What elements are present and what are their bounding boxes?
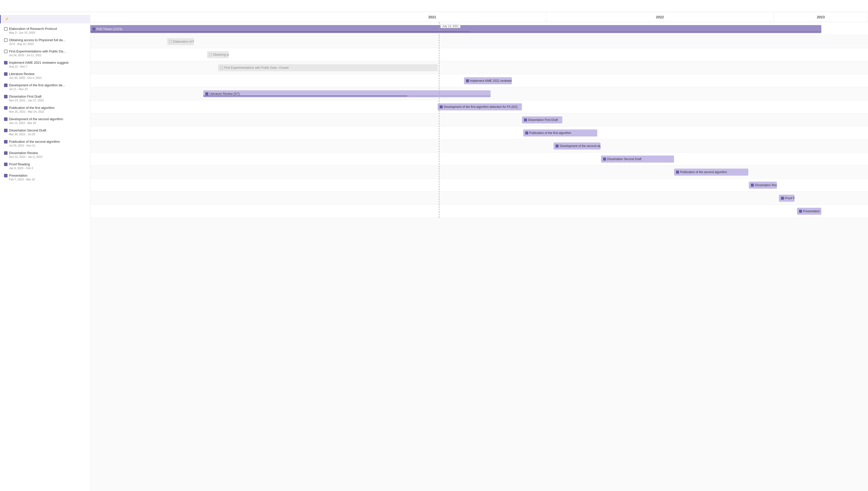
bar-icon — [751, 184, 754, 187]
today-line — [439, 22, 439, 218]
header — [0, 0, 868, 12]
bar-icon — [440, 105, 443, 108]
bar-icon — [556, 145, 558, 147]
gantt-bar-proof-reading[interactable]: Proof Reading — [779, 195, 794, 202]
main-content: ⚡ Elaboration of Research ProtocolMay 3 … — [0, 12, 868, 491]
epic-icon — [4, 117, 7, 121]
sidebar-item-dates: Jul 24, 2020 - Jul 11, 2021 — [9, 54, 86, 57]
gantt-bar-diss-first-draft[interactable]: Dissertation First Draft — [522, 116, 562, 123]
bar-progress-track — [203, 95, 491, 96]
sidebar-item-elaboration[interactable]: Elaboration of Research ProtocolMay 3 - … — [0, 24, 90, 36]
sidebar-main-title: ⚡ — [5, 17, 86, 21]
sidebar-item-dates: Nov 23, 2021 - Jan 27, 2022 — [9, 99, 86, 102]
sidebar-main-item[interactable]: ⚡ — [0, 15, 90, 23]
sidebar-item-dates: Nov 25, 2021 - Mar 24, 2022 — [9, 110, 86, 113]
gantt-bar-literature[interactable]: Literature Review (5/7) — [203, 90, 491, 97]
sidebar-item-first-exp[interactable]: First Experimentations with Public Da...… — [0, 47, 90, 58]
sidebar: ⚡ Elaboration of Research ProtocolMay 3 … — [0, 12, 90, 491]
sidebar-item-literature[interactable]: Literature ReviewJun 30, 2020 - Oct 4, 2… — [0, 69, 90, 81]
bar-icon-closed — [209, 53, 212, 56]
sidebar-item-diss-second-draft[interactable]: Dissertation Second DraftMar 30, 2022 - … — [0, 126, 90, 137]
sidebar-item-dates: May 3 - Jun 15, 2020 — [9, 31, 86, 34]
gantt-bar-diss-second-draft[interactable]: Dissertation Second Draft — [601, 155, 674, 163]
epic-icon — [4, 61, 7, 64]
sidebar-item-dates: Jan 9, 2023 - Feb 3 — [9, 167, 86, 170]
sidebar-item-diss-first-draft[interactable]: Dissertation First DraftNov 23, 2021 - J… — [0, 92, 90, 104]
bar-icon — [205, 92, 208, 95]
gantt-bar-pub-second-algo[interactable]: Publication of the second algorithm — [674, 169, 748, 176]
sidebar-item-implement-aime[interactable]: Implement AIME 2021 reviewers suggest.Au… — [0, 58, 90, 69]
bar-label: Proof Reading — [785, 197, 794, 200]
bar-label: Publication of the first algorithm — [529, 131, 571, 135]
app: ⚡ Elaboration of Research ProtocolMay 3 … — [0, 0, 868, 491]
epic-icon — [4, 72, 7, 76]
sidebar-item-presentation[interactable]: PresentationFeb 7, 2023 - Mar 18 — [0, 171, 90, 182]
bar-label: Presentation — [803, 209, 820, 213]
epic-icon — [4, 129, 7, 132]
sidebar-item-second-algo[interactable]: Development of the second algorithmJan 1… — [0, 115, 90, 126]
gantt-bar-pub-first-algo[interactable]: Publication of the first algorithm — [523, 129, 598, 137]
sidebar-item-dates: Feb 7, 2023 - Mar 18 — [9, 178, 86, 181]
epic-icon — [4, 174, 7, 177]
sidebar-item-dates: Jul 6 - Aug 10, 2020 — [9, 42, 86, 46]
sidebar-item-title: Elaboration of Research Protocol — [4, 27, 86, 31]
bar-label: Development of the first algorithm detec… — [444, 105, 517, 109]
gantt-bar-presentation[interactable]: Presentation — [797, 208, 821, 215]
gantt-inner: 202120222023 July 13, 2021PhD Thesis (12… — [90, 12, 868, 491]
sidebar-item-title: Implement AIME 2021 reviewers suggest. — [4, 61, 86, 64]
bar-icon — [676, 171, 679, 174]
bar-label: Publication of the second algorithm — [680, 170, 727, 174]
bar-icon — [799, 210, 802, 213]
epic-icon — [4, 140, 7, 144]
sidebar-item-title: Dissertation Second Draft — [4, 128, 86, 132]
bar-icon — [524, 118, 527, 121]
gantt-bar-physionet[interactable]: Obtaining access to Physionet full data–… — [207, 51, 229, 58]
sidebar-item-title: Dissertation Review — [4, 151, 86, 155]
bar-label: Elaboration of Research Protocol– Closed — [173, 40, 194, 44]
today-label: July 13, 2021 — [440, 24, 460, 28]
gantt-bar-diss-review[interactable]: Dissertation Review — [749, 182, 777, 189]
gantt-bar-first-exp[interactable]: First Experimentations with Public Data–… — [218, 64, 438, 71]
year-label-2021: 2021 — [319, 12, 546, 22]
sidebar-item-title: Publication of the first algorithm — [4, 106, 86, 110]
bar-label: Obtaining access to Physionet full data–… — [213, 53, 229, 56]
gantt-bar-elaboration[interactable]: Elaboration of Research Protocol– Closed — [167, 38, 194, 45]
bar-progress-fill — [203, 95, 407, 96]
bar-icon-closed — [220, 66, 223, 69]
bar-label: Dissertation Review — [755, 183, 777, 187]
bar-icon-main — [92, 28, 95, 31]
sidebar-items-list: Elaboration of Research ProtocolMay 3 - … — [0, 24, 90, 182]
epic-icon — [4, 95, 7, 98]
bar-progress-fill — [90, 31, 470, 32]
bar-label: PhD Thesis (12/23) — [96, 27, 122, 31]
epic-icon — [4, 106, 7, 110]
sidebar-item-diss-review[interactable]: Dissertation ReviewNov 22, 2022 - Jan 6,… — [0, 148, 90, 160]
gantt-bar-first-algo[interactable]: Development of the first algorithm detec… — [438, 104, 522, 110]
sidebar-item-dates: Nov 22, 2022 - Jan 6, 2023 — [9, 155, 86, 158]
bar-progress-track — [90, 31, 821, 32]
sidebar-item-proof-reading[interactable]: Proof ReadingJan 9, 2023 - Feb 3 — [0, 160, 90, 171]
gantt-bar-implement-aime[interactable]: Implement AIME 2021 reviewers suggestion… — [464, 77, 512, 84]
gantt-chart[interactable]: 202120222023 July 13, 2021PhD Thesis (12… — [90, 12, 868, 491]
epic-icon — [4, 163, 7, 166]
sidebar-item-dates: Jun 30, 2020 - Oct 4, 2021 — [9, 76, 86, 79]
bar-label: Dissertation Second Draft — [607, 157, 641, 161]
sidebar-item-title: First Experimentations with Public Da... — [4, 50, 86, 53]
bar-icon — [603, 157, 606, 161]
epic-icon — [4, 151, 7, 155]
sidebar-item-pub-second-algo[interactable]: Publication of the second algorithmJul 2… — [0, 137, 90, 148]
gantt-header: 202120222023 — [90, 12, 868, 22]
sidebar-item-pub-first-algo[interactable]: Publication of the first algorithmNov 25… — [0, 104, 90, 115]
gantt-bar-second-algo[interactable]: Development of the second algorithm — [554, 143, 600, 149]
bar-label: First Experimentations with Public Data–… — [224, 66, 288, 69]
year-label-2023: 2023 — [774, 12, 868, 22]
sidebar-item-title: Literature Review — [4, 72, 86, 76]
milestone-icon — [4, 27, 7, 31]
sidebar-item-physionet[interactable]: Obtaining access to Physionet full da...… — [0, 36, 90, 47]
sidebar-item-first-algo[interactable]: Development of the first algorithm de...… — [0, 81, 90, 92]
bar-icon — [466, 79, 469, 82]
milestone-icon — [4, 50, 7, 53]
milestone-icon — [4, 38, 7, 42]
sidebar-item-dates: Jan 13, 2022 - Mar 29 — [9, 121, 86, 124]
sidebar-item-title: Development of the first algorithm de... — [4, 83, 86, 87]
